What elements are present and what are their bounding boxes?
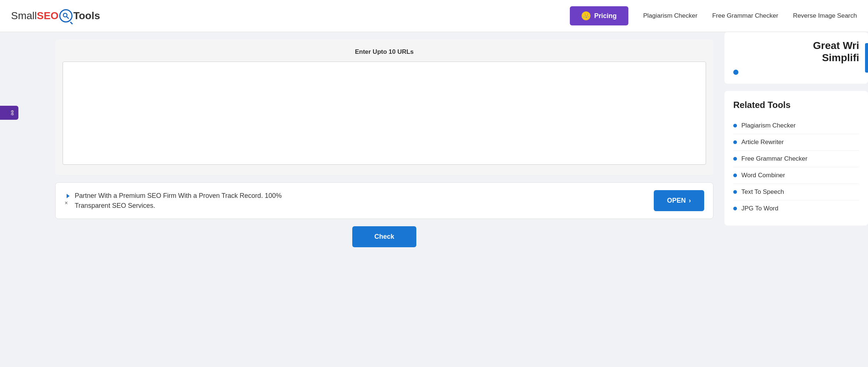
related-tool-free-grammar-checker[interactable]: Free Grammar Checker — [733, 151, 859, 167]
related-tool-plagiarism-checker[interactable]: Plagiarism Checker — [733, 118, 859, 134]
pricing-label: Pricing — [594, 12, 617, 20]
related-tool-word-combiner[interactable]: Word Combiner — [733, 167, 859, 184]
related-tool-jpg-to-word[interactable]: JPG To Word — [733, 200, 859, 217]
related-tools-section: Related Tools Plagiarism Checker Article… — [724, 91, 868, 226]
ad-open-button[interactable]: OPEN › — [654, 190, 704, 211]
logo-small-text: Small — [11, 10, 37, 22]
promo-dot-active[interactable] — [733, 70, 738, 75]
promo-card-title: Great Wri — [733, 39, 859, 52]
logo: Small SEO Tools — [11, 9, 100, 22]
ad-open-label: OPEN — [667, 197, 686, 205]
url-input-card: Enter Upto 10 URLs — [55, 39, 713, 175]
nav-link-grammar[interactable]: Free Grammar Checker — [712, 12, 778, 20]
tool-dot-icon — [733, 190, 737, 194]
related-tool-text-to-speech[interactable]: Text To Speech — [733, 184, 859, 200]
right-sidebar: Great Wri Simplifi Related Tools Plagiar… — [721, 32, 868, 367]
tool-dot-icon — [733, 174, 737, 177]
ad-open-arrow-icon: › — [689, 197, 691, 205]
tool-dot-icon — [733, 157, 737, 161]
related-tool-label-article-rewriter: Article Rewriter — [741, 139, 784, 146]
nav-links: Plagiarism Checker Free Grammar Checker … — [643, 12, 857, 20]
tool-dot-icon — [733, 140, 737, 144]
nav-link-reverse-image[interactable]: Reverse Image Search — [793, 12, 857, 20]
nav-link-plagiarism[interactable]: Plagiarism Checker — [643, 12, 697, 20]
left-promo-banner[interactable]: ee — [0, 106, 18, 120]
svg-line-1 — [67, 17, 68, 18]
promo-card-subtitle: Simplifi — [733, 52, 859, 64]
related-tool-article-rewriter[interactable]: Article Rewriter — [733, 134, 859, 151]
related-tool-label-jpg-to-word: JPG To Word — [741, 205, 778, 212]
related-tool-label-text-to-speech: Text To Speech — [741, 188, 784, 196]
related-tool-label-plagiarism: Plagiarism Checker — [741, 122, 795, 129]
svg-marker-2 — [67, 194, 70, 198]
promo-cta-bar[interactable] — [865, 43, 868, 73]
header: Small SEO Tools 👑 Pricing Plagiarism Che… — [0, 0, 868, 32]
ad-text: Partner With a Premium SEO Firm With a P… — [75, 191, 314, 211]
left-sidebar: ee — [0, 32, 48, 367]
center-content: Enter Upto 10 URLs ✕ Partner With a Prem… — [48, 32, 721, 367]
ad-arrow-icon: ✕ — [64, 193, 70, 206]
pricing-button[interactable]: 👑 Pricing — [570, 6, 628, 25]
logo-magnifier-icon — [59, 9, 73, 22]
logo-seo-text: SEO — [37, 10, 59, 22]
related-tool-label-grammar: Free Grammar Checker — [741, 155, 807, 162]
related-tools-title: Related Tools — [733, 100, 859, 110]
submit-button[interactable]: Check — [352, 226, 416, 247]
logo-tools-text: Tools — [73, 10, 100, 22]
url-textarea[interactable] — [63, 62, 706, 165]
crown-icon: 👑 — [582, 11, 590, 20]
main-layout: ee Enter Upto 10 URLs ✕ Partner With a P… — [0, 32, 868, 367]
ad-close-label[interactable]: ✕ — [64, 200, 70, 206]
submit-area: Check — [55, 226, 713, 247]
ad-content: ✕ Partner With a Premium SEO Firm With a… — [64, 191, 314, 211]
promo-card: Great Wri Simplifi — [724, 32, 868, 84]
related-tool-label-word-combiner: Word Combiner — [741, 172, 785, 179]
promo-dots — [733, 70, 859, 75]
tool-dot-icon — [733, 124, 737, 127]
url-card-title: Enter Upto 10 URLs — [63, 48, 706, 56]
tool-dot-icon — [733, 207, 737, 210]
ad-banner: ✕ Partner With a Premium SEO Firm With a… — [55, 182, 713, 219]
